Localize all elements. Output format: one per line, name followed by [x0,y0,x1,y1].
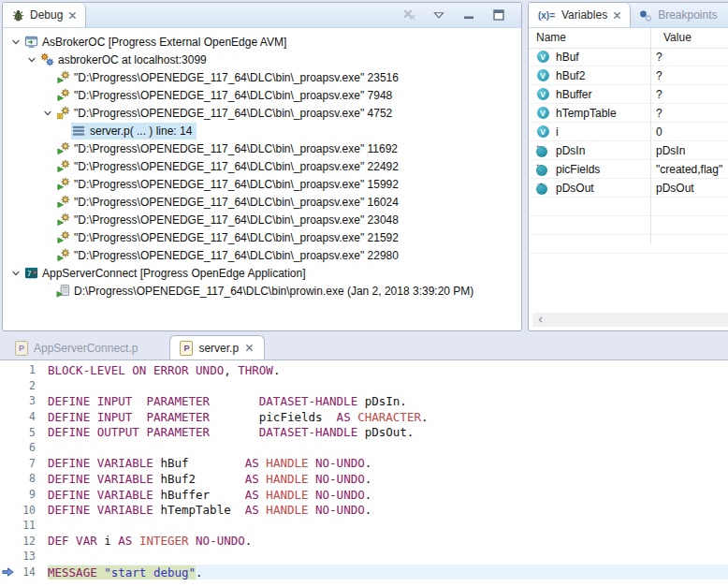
debug-tree-row[interactable]: "D:\Progress\OPENEDGE_117_64\DLC\bin\_pr… [3,246,521,264]
variables-row[interactable]: VhBuffer? [529,85,728,104]
debug-tree-row[interactable]: "D:\Progress\OPENEDGE_117_64\DLC\bin\_pr… [3,68,521,86]
close-icon[interactable] [67,7,78,22]
code-text[interactable]: DEFINE VARIABLE hBuffer AS HANDLE NO-UND… [48,487,728,503]
debug-tree-row[interactable]: "D:\Progress\OPENEDGE_117_64\DLC\bin\_pr… [3,193,521,211]
remove-all-terminated-button[interactable] [401,7,416,22]
tree-item[interactable]: "D:\Progress\OPENEDGE_117_64\DLC\bin\_pr… [55,229,403,246]
variables-row[interactable]: ←pDsInpDsIn [529,141,728,160]
tree-item[interactable]: "D:\Progress\OPENEDGE_117_64\DLC\bin\_pr… [55,176,403,193]
process-running-icon [55,70,70,85]
annotation-ruler[interactable] [0,424,14,440]
tab-variables[interactable]: (x)= Variables [529,3,631,27]
tree-item[interactable]: "D:\Progress\OPENEDGE_117_64\DLC\bin\_pr… [55,69,403,86]
variables-row[interactable]: Vi0 [529,123,728,141]
code-text[interactable] [48,378,728,394]
view-menu-button[interactable] [431,7,446,22]
scroll-left-icon[interactable] [536,313,546,328]
tree-item[interactable]: "D:\Progress\OPENEDGE_117_64\DLC\bin\_pr… [55,212,403,228]
variables-empty-row[interactable] [529,235,728,254]
line-number: 9 [14,487,36,503]
variables-row[interactable]: ←picFields"created,flag" [529,160,728,179]
annotation-ruler[interactable] [0,502,14,518]
line-number: 7 [14,456,36,472]
debug-tree-row[interactable]: "D:\Progress\OPENEDGE_117_64\DLC\bin\_pr… [3,86,521,104]
close-icon[interactable] [612,7,622,22]
code-text[interactable] [48,549,728,565]
code-text[interactable]: DEFINE OUTPUT PARAMETER DATASET-HANDLE p… [48,424,728,440]
variables-empty-row[interactable] [529,198,728,216]
code-text[interactable] [48,440,728,456]
annotation-ruler[interactable] [0,393,14,409]
annotation-ruler[interactable] [0,518,14,534]
minimize-button[interactable] [461,7,476,22]
tree-item[interactable]: "D:\Progress\OPENEDGE_117_64\DLC\bin\_pr… [55,247,403,264]
code-text[interactable]: MESSAGE "start debug". [48,565,728,580]
tree-item[interactable]: "D:\Progress\OPENEDGE_117_64\DLC\bin\_pr… [55,194,403,211]
variables-row[interactable]: VhTempTable? [529,104,728,123]
variable-value: "created,flag" [650,163,722,176]
code-line: 12DEF VAR i AS INTEGER NO-UNDO. [0,534,728,550]
debug-tree-row[interactable]: D:\Progress\OPENEDGE_117_64\DLC\bin\prow… [3,282,521,300]
column-header-name[interactable]: Name [529,28,658,48]
variables-row[interactable]: VhBuf? [529,48,728,66]
tab-expressions[interactable]: x= E [725,3,728,27]
tab-debug[interactable]: Debug [3,3,86,27]
tree-item[interactable]: asbrokerOC at localhost:3099 [39,51,211,68]
tree-item[interactable]: AsBrokerOC [Progress External OpenEdge A… [23,34,291,51]
code-text[interactable]: DEFINE INPUT PARAMETER picFields AS CHAR… [48,409,728,425]
tree-item[interactable]: "D:\Progress\OPENEDGE_117_64\DLC\bin\_pr… [55,158,403,175]
annotation-ruler[interactable] [0,565,14,580]
code-text[interactable] [48,518,728,534]
debug-target-icon [23,35,38,50]
annotation-ruler[interactable] [0,487,14,503]
tree-item[interactable]: 7*AppServerConnect [Progress OpenEdge Ap… [23,265,311,282]
variables-row[interactable]: →pDsOutpDsOut [529,179,728,198]
debug-tree-row[interactable]: "D:\Progress\OPENEDGE_117_64\DLC\bin\_pr… [3,104,521,122]
debug-tree-row[interactable]: server.p( ... ) line: 14 [3,122,521,139]
close-icon[interactable] [244,341,255,356]
tab-appserverconnect-p[interactable]: P AppServerConnect.p [6,336,147,360]
maximize-button[interactable] [491,7,506,22]
code-line: 14MESSAGE "start debug". [0,565,728,580]
debug-tree-row[interactable]: asbrokerOC at localhost:3099 [3,51,521,68]
annotation-ruler[interactable] [0,378,14,394]
code-text[interactable]: DEFINE INPUT PARAMETER DATASET-HANDLE pD… [48,393,728,409]
debug-tree-row[interactable]: AsBrokerOC [Progress External OpenEdge A… [3,33,521,51]
variables-empty-row[interactable] [529,216,728,235]
annotation-ruler[interactable] [0,440,14,456]
debug-tree-row[interactable]: "D:\Progress\OPENEDGE_117_64\DLC\bin\_pr… [3,157,521,175]
tree-item[interactable]: "D:\Progress\OPENEDGE_117_64\DLC\bin\_pr… [55,87,397,104]
code-text[interactable]: DEF VAR i AS INTEGER NO-UNDO. [48,534,728,550]
process-running-icon [55,195,70,210]
variable-icon: V [535,87,550,102]
debug-tree-row[interactable]: "D:\Progress\OPENEDGE_117_64\DLC\bin\_pr… [3,228,521,246]
annotation-ruler[interactable] [0,549,14,565]
annotation-ruler[interactable] [0,456,14,472]
debug-tree-row[interactable]: "D:\Progress\OPENEDGE_117_64\DLC\bin\_pr… [3,175,521,193]
code-text[interactable]: BLOCK-LEVEL ON ERROR UNDO, THROW. [48,362,728,378]
tree-item[interactable]: D:\Progress\OPENEDGE_117_64\DLC\bin\prow… [55,283,478,300]
code-text[interactable]: DEFINE VARIABLE hBuf2 AS HANDLE NO-UNDO. [48,471,728,487]
annotation-ruler[interactable] [0,471,14,487]
horizontal-scrollbar[interactable] [532,313,728,327]
annotation-ruler[interactable] [0,534,14,550]
code-line: 13 [0,549,728,565]
column-header-value[interactable]: Value [658,28,692,48]
tab-breakpoints[interactable]: Breakpoints [631,3,724,27]
tree-item[interactable]: server.p( ... ) line: 14 [71,123,197,139]
annotation-ruler[interactable] [0,409,14,425]
code-text[interactable]: DEFINE VARIABLE hBuf AS HANDLE NO-UNDO. [48,456,728,472]
debug-tree-row[interactable]: 7*AppServerConnect [Progress OpenEdge Ap… [3,264,521,282]
debug-current-statement: MESSAGE "start debug" [48,565,196,580]
debug-tree-row[interactable]: "D:\Progress\OPENEDGE_117_64\DLC\bin\_pr… [3,211,521,228]
tab-variables-label: Variables [561,8,607,22]
tree-item[interactable]: "D:\Progress\OPENEDGE_117_64\DLC\bin\_pr… [55,105,397,122]
code-text[interactable]: DEFINE VARIABLE hTempTable AS HANDLE NO-… [48,502,728,518]
variables-row[interactable]: VhBuf2? [529,66,728,85]
tree-item[interactable]: "D:\Progress\OPENEDGE_117_64\DLC\bin\_pr… [55,140,402,157]
code-editor[interactable]: 1BLOCK-LEVEL ON ERROR UNDO, THROW.23DEFI… [0,360,728,587]
debug-tree-row[interactable]: "D:\Progress\OPENEDGE_117_64\DLC\bin\_pr… [3,139,521,157]
variable-name: i [556,125,559,139]
tab-server-p[interactable]: P server.p [169,335,265,360]
annotation-ruler[interactable] [0,362,14,378]
